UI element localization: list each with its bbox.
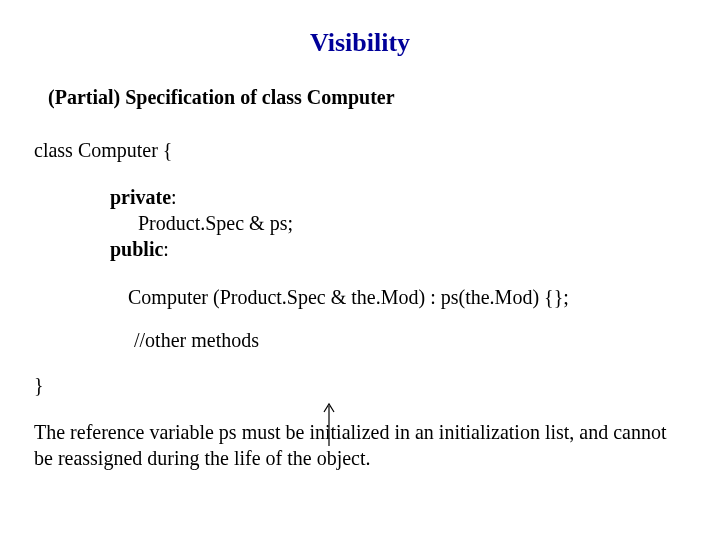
footnote: The reference variable ps must be initia… [34,419,690,471]
arrow-up-icon [322,400,336,446]
member-declaration: Product.Spec & ps; [138,210,690,236]
keyword-private: private [110,186,171,208]
code-class-close: } [34,374,690,397]
section-subtitle: (Partial) Specification of class Compute… [48,86,690,109]
code-class-open: class Computer { [34,139,690,162]
code-body: private: Product.Spec & ps; public: [110,184,690,262]
constructor-line: Computer (Product.Spec & the.Mod) : ps(t… [128,286,690,309]
page-title: Visibility [30,28,690,58]
comment-line: //other methods [134,329,690,352]
colon-private: : [171,186,177,208]
keyword-public: public [110,238,163,260]
colon-public: : [163,238,169,260]
